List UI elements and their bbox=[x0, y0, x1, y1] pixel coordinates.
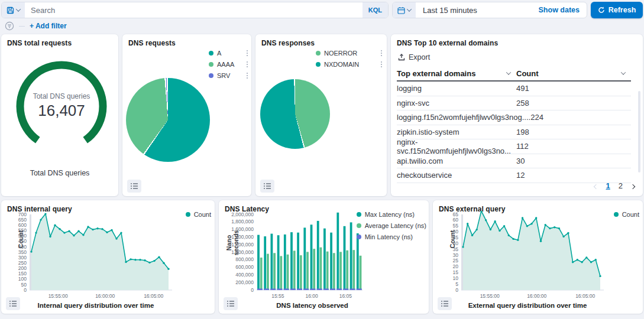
filter-divider bbox=[19, 26, 25, 27]
svg-text:600,000: 600,000 bbox=[235, 264, 254, 270]
svg-text:16:05: 16:05 bbox=[339, 293, 352, 299]
kebab-menu-icon[interactable] bbox=[376, 61, 383, 68]
sort-chevron-icon[interactable] bbox=[506, 70, 511, 74]
legend-toggle-button[interactable] bbox=[260, 180, 274, 193]
svg-text:300: 300 bbox=[18, 255, 27, 261]
kebab-menu-icon[interactable] bbox=[242, 61, 248, 68]
kebab-menu-icon[interactable] bbox=[376, 50, 383, 57]
column-header-domains[interactable]: Top external domains bbox=[397, 69, 475, 78]
svg-text:100: 100 bbox=[18, 276, 27, 282]
date-picker: Last 15 minutes Show dates bbox=[392, 2, 587, 18]
table-row[interactable]: checkoutservice12 bbox=[397, 168, 631, 183]
legend-dot bbox=[209, 51, 213, 56]
pie-chart-dns-responses[interactable] bbox=[260, 79, 330, 149]
svg-text:450: 450 bbox=[18, 238, 27, 244]
domain-cell: api.twilio.com bbox=[397, 157, 516, 165]
svg-text:1,200,000: 1,200,000 bbox=[231, 242, 254, 248]
column-header-count[interactable]: Count bbox=[516, 69, 539, 78]
table-row[interactable]: logging.f15n2womfujehfjlwv0lgs3nog....22… bbox=[397, 110, 631, 125]
legend-label[interactable]: NOERROR bbox=[324, 50, 357, 57]
legend-label[interactable]: A bbox=[217, 50, 221, 57]
page-number-button[interactable]: 1 bbox=[606, 181, 610, 190]
bar-chart-dns-latency[interactable]: 0200,000400,000600,000800,0001,000,0001,… bbox=[220, 211, 365, 300]
table-row[interactable]: logging491 bbox=[397, 82, 631, 96]
gauge-bottom-label: Total DNS queries bbox=[1, 169, 118, 177]
panel-dns-external-query: DNS external query Count 051015202530354… bbox=[433, 200, 643, 314]
svg-text:1,800,000: 1,800,000 bbox=[231, 219, 254, 224]
legend-label[interactable]: Max Latency (ns) bbox=[365, 211, 415, 218]
legend-label[interactable]: Count bbox=[194, 211, 211, 218]
legend-toggle-button[interactable] bbox=[224, 297, 238, 310]
refresh-button[interactable]: Refresh bbox=[591, 2, 643, 18]
svg-text:16:00:00: 16:00:00 bbox=[95, 293, 115, 299]
svg-text:25: 25 bbox=[453, 258, 459, 263]
panel-title: DNS responses bbox=[261, 39, 381, 47]
svg-text:350: 350 bbox=[18, 249, 27, 255]
panel-title: DNS Top 10 external domains bbox=[397, 39, 637, 47]
kql-language-button[interactable]: KQL bbox=[363, 2, 388, 18]
pie-chart-dns-requests[interactable] bbox=[126, 78, 210, 162]
kebab-menu-icon[interactable] bbox=[242, 50, 248, 57]
svg-text:60: 60 bbox=[453, 217, 459, 223]
save-query-button[interactable] bbox=[2, 2, 25, 18]
domain-cell: logging.f15n2womfujehfjlwv0lgs3nog.... bbox=[397, 113, 530, 122]
area-chart-internal-query[interactable]: 0501001502002503003504004505005506006507… bbox=[2, 211, 175, 300]
export-button[interactable]: Export bbox=[398, 53, 439, 61]
svg-text:5: 5 bbox=[455, 281, 458, 287]
table-row[interactable]: api.twilio.com30 bbox=[397, 154, 631, 169]
search-input[interactable] bbox=[25, 2, 363, 18]
previous-page-button[interactable] bbox=[594, 181, 598, 190]
legend: NOERRORNXDOMAIN bbox=[316, 50, 382, 68]
legend-toggle-button[interactable] bbox=[127, 180, 141, 193]
svg-text:10: 10 bbox=[453, 275, 459, 281]
legend-item: NXDOMAIN bbox=[316, 61, 382, 68]
chevron-down-icon bbox=[16, 6, 21, 11]
svg-text:55: 55 bbox=[453, 223, 459, 229]
svg-text:1,000,000: 1,000,000 bbox=[231, 249, 254, 255]
table-scrollbar[interactable] bbox=[638, 91, 640, 172]
legend: Count bbox=[186, 211, 211, 218]
legend-label[interactable]: Min Latency (ns) bbox=[365, 233, 413, 240]
panel-dns-requests: DNS requests AAAAASRV bbox=[122, 34, 251, 196]
svg-text:400,000: 400,000 bbox=[235, 272, 254, 278]
table-header: Top external domains Count bbox=[397, 66, 631, 82]
panel-dns-top-external-domains: DNS Top 10 external domains Export Top e… bbox=[391, 34, 643, 196]
x-axis-caption: External query distribution over time bbox=[457, 302, 598, 309]
sort-chevron-icon[interactable] bbox=[621, 70, 626, 74]
svg-text:400: 400 bbox=[18, 244, 27, 250]
svg-text:35: 35 bbox=[453, 246, 459, 252]
legend-item: SRV bbox=[209, 72, 248, 79]
svg-text:20: 20 bbox=[453, 263, 459, 269]
legend-label[interactable]: Average Latency (ns) bbox=[365, 222, 426, 229]
legend-toggle-button[interactable] bbox=[6, 297, 20, 310]
table-row[interactable]: nginx-svc.f15n2womfujehfjlwv0lgs3no...11… bbox=[397, 139, 631, 154]
svg-text:250: 250 bbox=[18, 260, 27, 266]
legend-dot bbox=[357, 223, 361, 228]
legend-label[interactable]: SRV bbox=[217, 72, 230, 79]
panel-dns-internal-query: DNS internal query Count 050100150200250… bbox=[1, 200, 215, 314]
gauge-label: Total DNS queries bbox=[7, 92, 116, 100]
svg-text:65: 65 bbox=[453, 211, 459, 217]
filter-icon[interactable] bbox=[5, 21, 14, 31]
legend-item: Min Latency (ns) bbox=[357, 233, 426, 240]
svg-text:50: 50 bbox=[21, 282, 27, 288]
svg-text:700: 700 bbox=[18, 211, 27, 217]
next-page-button[interactable] bbox=[631, 181, 635, 190]
legend-label[interactable]: Count bbox=[622, 211, 639, 218]
time-range-value[interactable]: Last 15 minutes bbox=[416, 2, 532, 18]
legend-label[interactable]: NXDOMAIN bbox=[324, 61, 359, 68]
calendar-button[interactable] bbox=[393, 2, 416, 18]
legend-label[interactable]: AAAA bbox=[217, 61, 234, 68]
legend-item: Average Latency (ns) bbox=[357, 222, 426, 229]
kebab-menu-icon[interactable] bbox=[242, 73, 248, 79]
legend-toggle-button[interactable] bbox=[438, 297, 452, 310]
show-dates-button[interactable]: Show dates bbox=[532, 2, 587, 18]
area-chart-external-query[interactable]: 0510152025303540455055606515:55:0016:00:… bbox=[434, 211, 607, 300]
add-filter-button[interactable]: + Add filter bbox=[30, 22, 67, 30]
table-row[interactable]: nginx-svc258 bbox=[397, 96, 631, 111]
svg-text:15:55:00: 15:55:00 bbox=[48, 293, 68, 299]
page-number-button[interactable]: 2 bbox=[619, 181, 623, 190]
legend-dot bbox=[357, 212, 361, 217]
refresh-icon bbox=[598, 6, 605, 14]
x-axis-caption: Internal query distribution over time bbox=[25, 302, 167, 309]
